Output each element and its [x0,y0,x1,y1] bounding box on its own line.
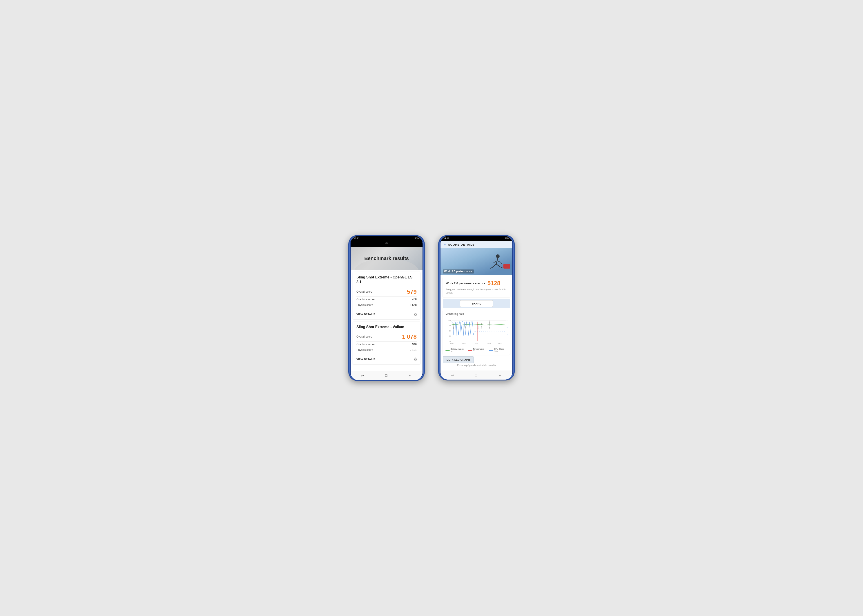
home-button-1[interactable]: □ [385,374,387,377]
legend-label-cpu: CPU Clock GHz [494,348,508,352]
svg-text:03:20: 03:20 [475,343,478,344]
share-icon-2[interactable]: ⎙ [414,357,417,361]
sled-illustration [503,264,510,269]
svg-text:100: 100 [448,320,451,321]
overall-label-2: Overall score [357,335,373,338]
card1-title: Sling Shot Extreme - OpenGL ES 3.1 [357,275,417,284]
status-bar-1: 12:11 72% [351,236,423,241]
svg-text:80: 80 [449,325,451,327]
status-battery-2: 76% [505,237,509,240]
work-score-section: Work 2.0 performance score 5128 Sorry, w… [443,277,510,297]
legend-temperature: Temperature °C [468,348,486,352]
svg-line-2 [492,264,496,267]
svg-line-6 [501,262,502,264]
svg-text:0.80GHz: 0.80GHz [507,327,508,328]
back-button-1[interactable]: ← [408,374,412,377]
detailed-graph-button[interactable]: DETAILED GRAPH [443,357,474,363]
status-time-1: 12:11 [354,237,359,240]
overall-score-row-1: Overall score 579 [357,287,417,297]
graphics-score-row-1: Graphics score 488 [357,297,417,302]
physics-value-1: 1 658 [410,303,417,306]
svg-text:05:00: 05:00 [487,343,491,344]
monitoring-chart: 100 80 60 40 20 00:00 01:40 03:20 05:00 … [445,317,508,347]
graphics-label-1: Graphics score [357,298,375,301]
detailed-graph-section: DETAILED GRAPH Pulsar aquí para llenar t… [443,357,510,366]
score-card-2: Sling Shot Extreme - Vulkan Overall scor… [353,322,420,364]
status-time-2: 11:48 [443,237,449,240]
bottom-spacer-2 [440,368,512,371]
physics-label-2: Physics score [357,348,373,352]
phones-container: 12:11 72% ← Benchmark results Sling Shot… [348,235,515,381]
card2-footer: VIEW DETAILS ⎙ [357,355,417,361]
detailed-graph-subtitle: Pulsar aquí para llenar toda la pantalla [443,364,510,366]
status-bar-2: 11:48 76% [440,236,512,241]
overall-value-2: 1 078 [402,333,417,340]
notch-1 [351,241,423,247]
score-details-icon: ❄ [443,243,446,246]
legend-dot-battery [445,350,450,350]
svg-line-7 [490,267,492,269]
home-button-2[interactable]: □ [475,373,477,377]
svg-text:20: 20 [449,341,451,342]
view-details-2[interactable]: VIEW DETAILS [357,358,375,360]
svg-text:0.40GHz: 0.40GHz [507,333,508,335]
work-score-value: 5128 [487,280,500,287]
score-details-header: ❄ SCORE DETAILS [440,241,512,248]
score-details-title: SCORE DETAILS [448,243,475,246]
physics-score-row-1: Physics score 1 658 [357,302,417,308]
overall-score-row-2: Overall score 1 078 [357,332,417,342]
monitoring-title: Monitoring data [445,313,508,316]
svg-text:Video Begin: Video Begin [453,323,454,329]
navbar-2: ⇌ □ ← [440,371,512,380]
svg-line-5 [497,261,501,262]
svg-text:06:42: 06:42 [498,343,502,344]
physics-value-2: 2 101 [410,348,417,352]
benchmark-title: Benchmark results [364,256,409,261]
back-arrow-button[interactable]: ← [354,250,358,254]
bottom-spacer-1 [351,366,423,371]
share-button[interactable]: SHARE [460,300,493,307]
phone-1: 12:11 72% ← Benchmark results Sling Shot… [348,235,425,381]
monitoring-section: Monitoring data 100 80 60 40 [443,310,510,355]
navbar-1: ⇌ □ ← [351,371,423,380]
work-score-row: Work 2.0 performance score 5128 [446,280,507,287]
legend-dot-temp [468,350,472,350]
share-icon-1[interactable]: ⎙ [414,312,417,316]
chart-legend: Battery charge % Temperature °C CPU Cloc… [445,348,508,352]
card2-title: Sling Shot Extreme - Vulkan [357,325,417,330]
status-battery-1: 72% [415,237,420,240]
svg-text:Task Manipulation: Task Manipulation [489,321,490,329]
svg-text:Photos Load: Photos Load [481,323,482,329]
hero-overlay: Work 2.0 performance [443,269,474,273]
overall-label-1: Overall score [357,290,373,293]
graphics-label-2: Graphics score [357,343,375,346]
svg-text:Video Load: Video Load [465,324,466,329]
card1-footer: VIEW DETAILS ⎙ [357,310,417,316]
score-card-1: Sling Shot Extreme - OpenGL ES 3.1 Overa… [353,272,420,319]
sorry-text: Sorry, we don't have enough data to comp… [446,288,507,294]
legend-dot-cpu [489,350,493,350]
svg-text:40: 40 [449,335,451,337]
chart-container: 100 80 60 40 20 00:00 01:40 03:20 05:00 … [445,317,508,347]
graphics-score-row-2: Graphics score 946 [357,342,417,347]
graphics-value-2: 946 [412,343,417,346]
overall-value-1: 579 [407,288,417,295]
legend-battery: Battery charge % [445,348,465,352]
physics-score-row-2: Physics score 2 101 [357,347,417,353]
recents-button-1[interactable]: ⇌ [361,374,364,378]
notch-shape-1 [377,241,396,246]
svg-line-3 [496,264,500,267]
work-score-label: Work 2.0 performance score [446,281,485,285]
svg-line-8 [500,267,503,268]
back-button-2[interactable]: ← [498,373,502,377]
recents-button-2[interactable]: ⇌ [451,373,454,377]
graphics-value-1: 488 [412,298,417,301]
legend-cpu: CPU Clock GHz [489,348,508,352]
svg-text:1.20GHz: 1.20GHz [507,320,508,321]
svg-point-0 [496,255,500,258]
svg-text:00:00: 00:00 [450,343,454,344]
svg-text:60: 60 [449,330,451,332]
legend-label-battery: Battery charge % [451,348,465,352]
view-details-1[interactable]: VIEW DETAILS [357,313,375,316]
legend-label-temp: Temperature °C [473,348,486,352]
